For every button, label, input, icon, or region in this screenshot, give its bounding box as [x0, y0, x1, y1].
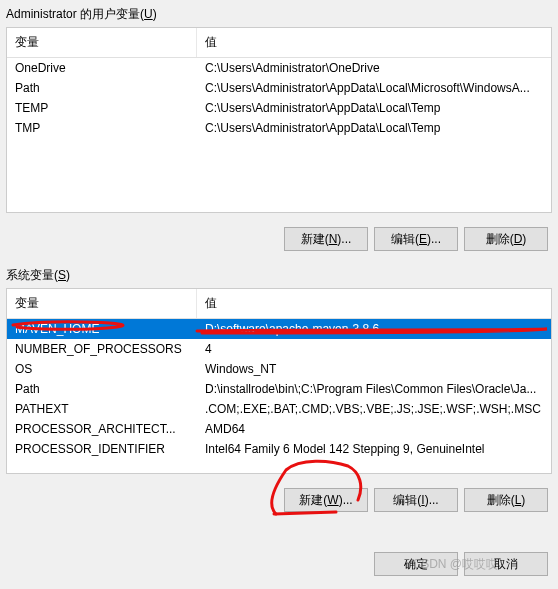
system-buttons-row: 新建(W)... 编辑(I)... 删除(L) [0, 474, 558, 522]
var-name: TEMP [7, 98, 197, 118]
var-name: PROCESSOR_ARCHITECT... [7, 419, 197, 439]
table-row[interactable]: TEMP C:\Users\Administrator\AppData\Loca… [7, 98, 551, 118]
user-new-button[interactable]: 新建(N)... [284, 227, 368, 251]
var-value: D:\software\apache-maven-3.8.6 [197, 319, 551, 339]
table-row[interactable]: OneDrive C:\Users\Administrator\OneDrive [7, 58, 551, 78]
user-variables-label: Administrator 的用户变量(U) [0, 0, 558, 27]
var-name: PROCESSOR_IDENTIFIER [7, 439, 197, 459]
table-row[interactable]: PROCESSOR_ARCHITECT... AMD64 [7, 419, 551, 439]
table-row[interactable]: Path D:\installrode\bin\;C:\Program File… [7, 379, 551, 399]
user-buttons-row: 新建(N)... 编辑(E)... 删除(D) [0, 213, 558, 261]
table-row[interactable]: PROCESSOR_IDENTIFIER Intel64 Family 6 Mo… [7, 439, 551, 459]
var-name: PATHEXT [7, 399, 197, 419]
user-edit-button[interactable]: 编辑(E)... [374, 227, 458, 251]
table-row[interactable]: PATHEXT .COM;.EXE;.BAT;.CMD;.VBS;.VBE;.J… [7, 399, 551, 419]
column-header-value[interactable]: 值 [197, 28, 551, 57]
column-header-variable[interactable]: 变量 [7, 28, 197, 57]
system-edit-button[interactable]: 编辑(I)... [374, 488, 458, 512]
table-row[interactable]: MAVEN_HOME D:\software\apache-maven-3.8.… [7, 319, 551, 339]
var-name: Path [7, 78, 197, 98]
user-variables-section: Administrator 的用户变量(U) 变量 值 OneDrive C:\… [0, 0, 558, 261]
var-value: AMD64 [197, 419, 551, 439]
user-variables-panel: 变量 值 OneDrive C:\Users\Administrator\One… [6, 27, 552, 213]
var-value: C:\Users\Administrator\AppData\Local\Tem… [197, 98, 551, 118]
var-name: Path [7, 379, 197, 399]
var-name: TMP [7, 118, 197, 138]
system-variables-section: 系统变量(S) 变量 值 MAVEN_HOME D:\software\apac… [0, 261, 558, 522]
var-name: OS [7, 359, 197, 379]
var-name: NUMBER_OF_PROCESSORS [7, 339, 197, 359]
var-value: .COM;.EXE;.BAT;.CMD;.VBS;.VBE;.JS;.JSE;.… [197, 399, 551, 419]
var-name: OneDrive [7, 58, 197, 78]
column-header-value[interactable]: 值 [197, 289, 551, 318]
system-variables-label: 系统变量(S) [0, 261, 558, 288]
var-value: C:\Users\Administrator\OneDrive [197, 58, 551, 78]
table-row[interactable]: NUMBER_OF_PROCESSORS 4 [7, 339, 551, 359]
dialog-buttons: 确定 取消 [0, 522, 558, 582]
user-delete-button[interactable]: 删除(D) [464, 227, 548, 251]
var-value: 4 [197, 339, 551, 359]
var-value: C:\Users\Administrator\AppData\Local\Mic… [197, 78, 551, 98]
var-value: Windows_NT [197, 359, 551, 379]
system-delete-button[interactable]: 删除(L) [464, 488, 548, 512]
var-value: C:\Users\Administrator\AppData\Local\Tem… [197, 118, 551, 138]
system-table-header: 变量 值 [7, 289, 551, 319]
watermark-text: CSDN @哎哎哎 [412, 556, 498, 573]
table-row[interactable]: OS Windows_NT [7, 359, 551, 379]
user-table-header: 变量 值 [7, 28, 551, 58]
var-name: MAVEN_HOME [7, 319, 197, 339]
var-value: D:\installrode\bin\;C:\Program Files\Com… [197, 379, 551, 399]
system-variables-panel: 变量 值 MAVEN_HOME D:\software\apache-maven… [6, 288, 552, 474]
table-row[interactable]: TMP C:\Users\Administrator\AppData\Local… [7, 118, 551, 138]
system-new-button[interactable]: 新建(W)... [284, 488, 368, 512]
var-value: Intel64 Family 6 Model 142 Stepping 9, G… [197, 439, 551, 459]
table-row[interactable]: Path C:\Users\Administrator\AppData\Loca… [7, 78, 551, 98]
column-header-variable[interactable]: 变量 [7, 289, 197, 318]
